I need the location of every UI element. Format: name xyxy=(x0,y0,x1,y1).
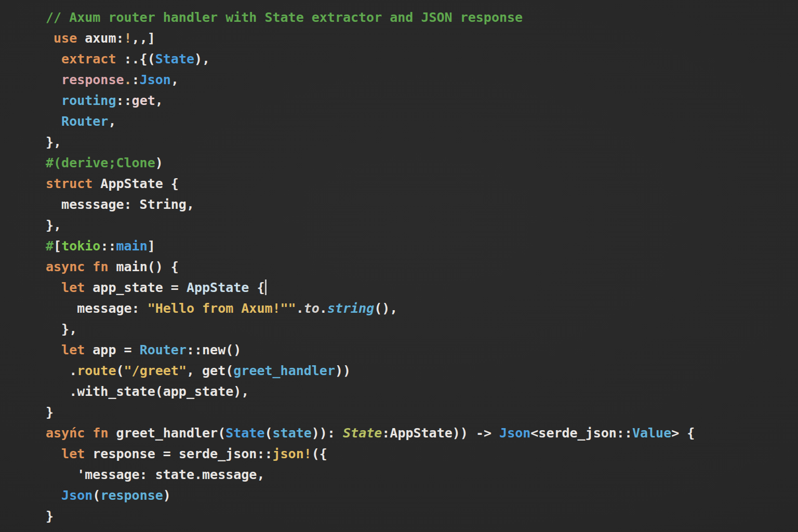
code-token: main() { xyxy=(108,259,178,274)
code-token: asyńc xyxy=(46,425,85,441)
code-token: :: xyxy=(116,93,131,108)
code-line: asyńc fn greet_handler(State(state)): St… xyxy=(46,423,798,444)
code-token: )) xyxy=(335,363,351,378)
code-line: Router, xyxy=(46,111,798,132)
code-line: } xyxy=(46,506,798,527)
code-token: ( xyxy=(116,363,124,378)
code-token: } xyxy=(46,405,54,420)
code-token xyxy=(46,342,61,357)
code-line: async fn main() { xyxy=(46,257,798,277)
code-token: ] xyxy=(148,238,155,254)
code-line: Json(response) xyxy=(46,485,798,506)
code-token: "Hello from Axum!"" xyxy=(148,301,296,316)
code-token xyxy=(46,31,54,46)
code-token: app = xyxy=(85,342,139,357)
code-token: . xyxy=(124,72,132,87)
code-token: :AppState)) -> xyxy=(382,425,499,441)
code-editor-screen: // Axum router handler with State extrac… xyxy=(0,0,798,532)
code-token: ({ xyxy=(312,446,327,461)
code-token: route xyxy=(77,363,116,378)
code-area[interactable]: // Axum router handler with State extrac… xyxy=(0,0,798,527)
code-line: struct AppState { xyxy=(46,174,798,194)
code-token: :.{( xyxy=(116,51,155,66)
code-token: json! xyxy=(273,446,312,461)
code-token: app_state = xyxy=(85,280,187,295)
code-token: struct xyxy=(46,176,92,191)
code-token: . xyxy=(296,301,304,316)
code-token xyxy=(46,488,61,503)
code-line: message: "Hello from Axum!"".to.string()… xyxy=(46,298,798,319)
code-token: ) xyxy=(163,488,171,503)
code-token: State xyxy=(225,425,264,441)
code-token: use xyxy=(54,31,77,46)
code-token xyxy=(46,446,61,461)
code-token: Json xyxy=(61,488,92,503)
code-token: . xyxy=(46,363,77,378)
code-token: ), xyxy=(194,51,210,66)
code-token: response = serde_json:: xyxy=(85,446,272,461)
code-token: fn xyxy=(92,259,108,274)
code-token: fn xyxy=(92,425,108,441)
code-token: ,,] xyxy=(132,31,155,46)
code-line: .route("/greet", get(greet_handler)) xyxy=(46,361,798,381)
code-token: routing xyxy=(61,93,116,108)
code-token: Json xyxy=(499,425,530,441)
code-token: [ xyxy=(54,238,61,254)
code-line: .with_state(app_state), xyxy=(46,381,798,402)
code-line: 'message: state.message, xyxy=(46,464,798,485)
code-token: 'message: state.message, xyxy=(46,467,264,482)
code-token: response xyxy=(100,488,163,503)
code-line: #[tokio::main] xyxy=(46,236,798,257)
code-token: State xyxy=(155,51,194,66)
code-token: { xyxy=(249,280,264,295)
code-token: . xyxy=(320,301,327,316)
code-token: to xyxy=(304,301,320,316)
code-line: let response = serde_json::json!({ xyxy=(46,444,798,464)
code-token: )): xyxy=(312,425,343,441)
code-token: ::new() xyxy=(187,342,241,357)
code-token: , xyxy=(171,72,179,87)
code-line: }, xyxy=(46,132,798,153)
code-token: ) xyxy=(155,155,163,170)
code-token: messsage: String, xyxy=(46,197,194,212)
code-token: }, xyxy=(46,135,61,150)
code-line: #(derive;Clone) xyxy=(46,153,798,174)
code-token xyxy=(85,425,92,441)
code-token xyxy=(46,93,61,108)
code-line: } xyxy=(46,402,798,423)
code-token: async xyxy=(46,259,85,274)
code-token: Value xyxy=(632,425,671,441)
code-token: :: xyxy=(100,238,116,254)
code-token: }, xyxy=(46,322,77,337)
code-token: "/greet" xyxy=(124,363,187,378)
code-token: }, xyxy=(46,218,61,233)
code-token: : xyxy=(132,72,140,87)
code-token xyxy=(46,114,61,129)
code-token: ( xyxy=(92,488,100,503)
code-token: axum: xyxy=(77,31,124,46)
code-token xyxy=(85,259,92,274)
code-token: let xyxy=(61,446,85,461)
text-cursor xyxy=(265,280,267,295)
code-token: <serde_json:: xyxy=(530,425,632,441)
code-line: let app_state = AppState { xyxy=(46,277,798,298)
code-token: Json xyxy=(140,72,171,87)
code-token: let xyxy=(61,280,85,295)
code-token: message: xyxy=(46,301,148,316)
code-token: state xyxy=(273,425,312,441)
code-token: } xyxy=(46,509,54,524)
code-token: greet_handler( xyxy=(108,425,225,441)
code-token: AppState xyxy=(187,280,249,295)
code-line: routing::get, xyxy=(46,90,798,111)
code-token: tokio xyxy=(61,238,100,254)
code-line: extract :.{(State), xyxy=(46,49,798,70)
code-token: get xyxy=(132,93,155,108)
code-token: ! xyxy=(124,31,132,46)
code-line: response.:Json, xyxy=(46,70,798,90)
code-token: let xyxy=(61,342,85,357)
code-token: .with_state(app_state), xyxy=(46,384,249,399)
code-token: string xyxy=(327,301,374,316)
code-line: use axum:!,,] xyxy=(46,28,798,49)
code-token: extract xyxy=(61,51,116,66)
code-line: messsage: String, xyxy=(46,194,798,215)
